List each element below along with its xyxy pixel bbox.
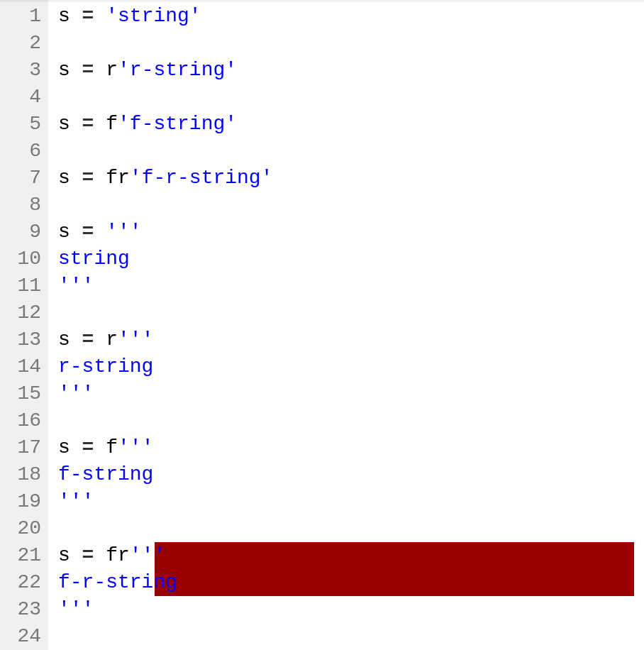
token-string: r-string: [58, 356, 153, 378]
code-line[interactable]: s = fr'f-r-string': [58, 165, 644, 192]
code-line[interactable]: f-string: [58, 461, 644, 488]
token-variable: s: [58, 59, 82, 81]
token-operator: =: [82, 544, 94, 566]
token-string: 'f-r-string': [130, 167, 273, 189]
line-number: 24: [3, 623, 41, 650]
code-line[interactable]: [58, 138, 644, 165]
line-number: 8: [3, 192, 41, 219]
line-number: 1: [3, 3, 41, 30]
code-line[interactable]: s = 'string': [58, 3, 644, 30]
token-string: ''': [58, 598, 94, 620]
code-line[interactable]: [58, 299, 644, 326]
token-operator: =: [82, 167, 94, 189]
tab-shadow: [0, 0, 644, 3]
line-number: 5: [3, 111, 41, 138]
token-operator: =: [82, 59, 94, 81]
line-number: 11: [3, 272, 41, 299]
token-string: string: [58, 248, 130, 270]
code-line[interactable]: [58, 515, 644, 542]
token-variable: s: [58, 436, 82, 458]
token-text: f: [94, 436, 118, 458]
token-string: 'f-string': [118, 113, 237, 135]
line-number: 4: [3, 84, 41, 111]
token-string: ''': [118, 329, 153, 351]
token-string: ''': [58, 275, 94, 297]
token-text: fr: [94, 167, 129, 189]
code-line[interactable]: [58, 30, 644, 57]
line-number: 16: [3, 407, 41, 434]
token-operator: =: [82, 113, 94, 135]
token-variable: s: [58, 113, 82, 135]
line-number: 18: [3, 461, 41, 488]
line-number: 14: [3, 353, 41, 380]
token-string: ''': [106, 221, 141, 243]
code-line[interactable]: [58, 623, 644, 650]
token-string: ''': [130, 544, 165, 566]
line-number: 15: [3, 380, 41, 407]
line-number: 7: [3, 165, 41, 192]
token-variable: s: [58, 544, 82, 566]
line-number: 17: [3, 434, 41, 461]
line-number: 13: [3, 326, 41, 353]
code-line[interactable]: ''': [58, 488, 644, 515]
code-content[interactable]: s = 'string' s = r'r-string' s = f'f-str…: [58, 3, 644, 650]
token-string: ''': [58, 382, 94, 404]
line-number: 19: [3, 488, 41, 515]
code-line[interactable]: ''': [58, 380, 644, 407]
code-line[interactable]: s = fr''': [58, 542, 644, 569]
token-operator: =: [82, 329, 94, 351]
code-line[interactable]: s = r'r-string': [58, 57, 644, 84]
line-number: 20: [3, 515, 41, 542]
token-string: 'string': [106, 5, 201, 27]
token-text: fr: [94, 544, 129, 566]
token-operator: =: [82, 436, 94, 458]
token-string: f-r-string: [58, 571, 177, 593]
code-line[interactable]: r-string: [58, 353, 644, 380]
token-string: 'r-string': [118, 59, 237, 81]
code-line[interactable]: [58, 84, 644, 111]
code-line[interactable]: ''': [58, 596, 644, 623]
line-number: 21: [3, 542, 41, 569]
token-variable: s: [58, 221, 82, 243]
token-string: f-string: [58, 463, 153, 485]
code-line[interactable]: ''': [58, 272, 644, 299]
code-line[interactable]: [58, 407, 644, 434]
token-string: ''': [58, 490, 94, 512]
token-string: ''': [118, 436, 153, 458]
token-text: [94, 221, 106, 243]
line-number: 22: [3, 569, 41, 596]
code-line[interactable]: s = r''': [58, 326, 644, 353]
code-line[interactable]: s = f''': [58, 434, 644, 461]
token-variable: s: [58, 5, 82, 27]
code-line[interactable]: s = ''': [58, 219, 644, 246]
token-variable: s: [58, 167, 82, 189]
code-area[interactable]: s = 'string' s = r'r-string' s = f'f-str…: [48, 0, 644, 650]
token-text: [94, 5, 106, 27]
code-line[interactable]: s = f'f-string': [58, 111, 644, 138]
token-text: r: [94, 329, 118, 351]
token-operator: =: [82, 221, 94, 243]
token-operator: =: [82, 5, 94, 27]
line-number-gutter: 1 2 3 4 5 6 7 8 9 10 11 12 13 14 15 16 1…: [0, 0, 48, 650]
code-line[interactable]: [58, 192, 644, 219]
code-line[interactable]: f-r-string: [58, 569, 644, 596]
line-number: 6: [3, 138, 41, 165]
token-variable: s: [58, 329, 82, 351]
line-number: 12: [3, 299, 41, 326]
line-number: 9: [3, 219, 41, 246]
token-text: r: [94, 59, 118, 81]
line-number: 3: [3, 57, 41, 84]
line-number: 10: [3, 246, 41, 272]
code-line[interactable]: string: [58, 246, 644, 272]
token-text: f: [94, 113, 118, 135]
line-number: 23: [3, 596, 41, 623]
code-editor[interactable]: 1 2 3 4 5 6 7 8 9 10 11 12 13 14 15 16 1…: [0, 0, 644, 650]
line-number: 2: [3, 30, 41, 57]
